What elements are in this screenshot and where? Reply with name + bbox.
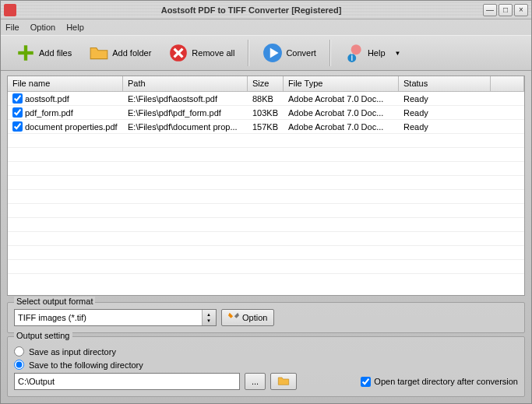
menu-file[interactable]: File <box>5 23 19 32</box>
add-files-label: Add files <box>39 48 72 58</box>
cell-filename: pdf_form.pdf <box>25 108 73 118</box>
add-files-button[interactable]: Add files <box>7 40 80 66</box>
menu-help[interactable]: Help <box>66 23 84 32</box>
format-selected: TIFF images (*.tif) <box>18 313 86 322</box>
save-following-label: Save to the following directory <box>29 360 143 370</box>
cell-status: Ready <box>399 94 491 104</box>
cell-path: E:\Files\pdf\pdf_form.pdf <box>123 108 248 118</box>
add-folder-button[interactable]: Add folder <box>80 40 160 66</box>
remove-all-label: Remove all <box>192 48 234 58</box>
minimize-button[interactable]: — <box>483 4 497 16</box>
col-size[interactable]: Size <box>248 76 284 91</box>
output-setting-group: Output setting Save as input directory S… <box>7 336 525 397</box>
output-path-input[interactable]: C:\Output <box>14 373 240 390</box>
col-filetype[interactable]: File Type <box>284 76 399 91</box>
list-header: File name Path Size File Type Status <box>8 76 524 92</box>
row-checkbox[interactable] <box>12 121 23 132</box>
row-checkbox[interactable] <box>12 93 23 104</box>
open-after-label: Open target directory after conversion <box>374 377 518 386</box>
add-folder-label: Add folder <box>112 48 151 58</box>
cell-filename: aostsoft.pdf <box>25 94 69 104</box>
table-row[interactable]: aostsoft.pdf E:\Files\pdf\aostsoft.pdf 8… <box>8 92 524 106</box>
cell-path: E:\Files\pdf\aostsoft.pdf <box>123 94 248 104</box>
output-path-value: C:\Output <box>18 377 55 386</box>
open-after-checkbox[interactable] <box>361 377 371 387</box>
menubar: File Option Help <box>1 19 531 35</box>
toolbar-divider <box>329 40 331 66</box>
titlebar: Aostsoft PDF to TIFF Converter [Register… <box>1 1 531 19</box>
remove-icon <box>168 43 188 63</box>
save-following-radio[interactable] <box>14 360 24 370</box>
folder-icon <box>89 43 109 63</box>
col-filename[interactable]: File name <box>8 76 123 91</box>
output-legend: Output setting <box>14 331 72 340</box>
plus-icon <box>16 43 36 63</box>
table-row[interactable]: document properties.pdf E:\Files\pdf\doc… <box>8 120 524 134</box>
table-row[interactable]: pdf_form.pdf E:\Files\pdf\pdf_form.pdf 1… <box>8 106 524 120</box>
cell-size: 103KB <box>248 108 284 118</box>
open-folder-button[interactable] <box>270 373 297 390</box>
col-status[interactable]: Status <box>399 76 491 91</box>
help-button[interactable]: i Help ▼ <box>336 40 410 66</box>
svg-text:i: i <box>351 52 353 63</box>
convert-label: Convert <box>286 48 316 58</box>
toolbar-divider <box>248 40 249 66</box>
maximize-button[interactable]: □ <box>499 4 513 16</box>
option-button[interactable]: Option <box>221 309 274 326</box>
folder-open-icon <box>277 375 290 388</box>
toolbar: Add files Add folder Remove all Convert … <box>1 35 531 71</box>
browse-label: ... <box>252 377 259 386</box>
help-label: Help <box>368 48 386 58</box>
col-extra <box>491 76 524 91</box>
browse-button[interactable]: ... <box>245 373 266 390</box>
remove-all-button[interactable]: Remove all <box>160 40 243 66</box>
app-window: Aostsoft PDF to TIFF Converter [Register… <box>0 0 532 404</box>
file-list: File name Path Size File Type Status aos… <box>7 76 525 296</box>
cell-type: Adobe Acrobat 7.0 Doc... <box>284 122 399 132</box>
cell-size: 157KB <box>248 122 284 132</box>
cell-status: Ready <box>399 108 491 118</box>
col-path[interactable]: Path <box>123 76 248 91</box>
convert-button[interactable]: Convert <box>254 40 325 66</box>
format-legend: Select output format <box>14 297 95 306</box>
save-as-input-label: Save as input directory <box>29 347 116 357</box>
combo-spinner-icon[interactable] <box>202 310 216 325</box>
window-title: Aostsoft PDF to TIFF Converter [Register… <box>21 5 481 15</box>
save-as-input-radio[interactable] <box>14 346 24 357</box>
menu-option[interactable]: Option <box>30 23 55 32</box>
cell-status: Ready <box>399 122 491 132</box>
row-checkbox[interactable] <box>12 107 23 118</box>
cell-path: E:\Files\pdf\document prop... <box>123 122 248 132</box>
list-rows: aostsoft.pdf E:\Files\pdf\aostsoft.pdf 8… <box>8 92 524 295</box>
open-after-label-wrap[interactable]: Open target directory after conversion <box>361 377 518 387</box>
svg-rect-1 <box>18 51 33 54</box>
option-label: Option <box>242 313 267 322</box>
output-format-group: Select output format TIFF images (*.tif)… <box>7 302 525 333</box>
cell-type: Adobe Acrobat 7.0 Doc... <box>284 94 399 104</box>
cell-filename: document properties.pdf <box>25 122 118 132</box>
play-icon <box>262 43 283 63</box>
cell-type: Adobe Acrobat 7.0 Doc... <box>284 108 399 118</box>
app-icon <box>4 4 16 16</box>
chevron-down-icon: ▼ <box>395 50 401 57</box>
format-combo[interactable]: TIFF images (*.tif) <box>14 309 217 326</box>
close-button[interactable]: × <box>514 4 528 16</box>
tools-icon <box>228 311 239 324</box>
help-icon: i <box>344 43 365 63</box>
cell-size: 88KB <box>248 94 284 104</box>
